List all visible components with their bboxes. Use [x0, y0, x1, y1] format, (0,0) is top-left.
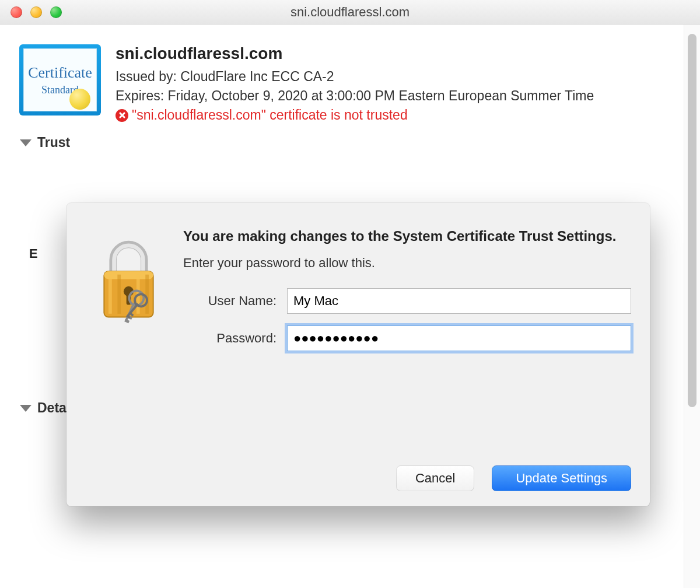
username-label: User Name:	[183, 293, 276, 309]
certificate-icon: Certificate Standard	[18, 44, 103, 123]
cancel-button[interactable]: Cancel	[396, 466, 474, 491]
issued-by-line: Issued by: CloudFlare Inc ECC CA-2	[116, 69, 594, 85]
svg-rect-2	[108, 275, 112, 314]
window-title: sni.cloudflaressl.com	[0, 5, 700, 20]
issued-by-label: Issued by:	[116, 69, 177, 84]
issued-by-value: CloudFlare Inc ECC CA-2	[180, 69, 334, 84]
expires-value: Friday, October 9, 2020 at 3:00:00 PM Ea…	[167, 88, 594, 103]
vertical-scrollbar-thumb[interactable]	[688, 34, 696, 407]
username-input[interactable]	[287, 288, 631, 314]
trust-warning-text: "sni.cloudflaressl.com" certificate is n…	[132, 107, 408, 123]
vertical-scrollbar-track[interactable]	[684, 24, 700, 588]
password-label: Password:	[183, 331, 276, 346]
expires-line: Expires: Friday, October 9, 2020 at 3:00…	[116, 88, 594, 104]
seal-icon	[69, 89, 90, 110]
svg-rect-3	[117, 275, 121, 314]
lock-icon	[90, 226, 167, 363]
trust-section-label: Trust	[37, 135, 70, 150]
certificate-host: sni.cloudflaressl.com	[116, 44, 594, 63]
dialog-title: You are making changes to the System Cer…	[183, 226, 631, 246]
disclosure-triangle-icon	[20, 405, 32, 412]
disclosure-triangle-icon	[20, 139, 32, 146]
expires-label: Expires:	[116, 88, 164, 103]
error-icon	[116, 109, 128, 122]
auth-dialog: You are making changes to the System Cer…	[66, 203, 650, 506]
dialog-subtitle: Enter your password to allow this.	[183, 256, 631, 271]
svg-rect-5	[145, 275, 149, 314]
trust-warning: "sni.cloudflaressl.com" certificate is n…	[116, 107, 594, 123]
cert-badge-line1: Certificate	[28, 64, 92, 82]
window-titlebar: sni.cloudflaressl.com	[0, 0, 700, 24]
trust-section-toggle[interactable]: Trust	[18, 135, 672, 150]
update-settings-button[interactable]: Update Settings	[492, 466, 631, 491]
password-input[interactable]	[287, 326, 631, 351]
